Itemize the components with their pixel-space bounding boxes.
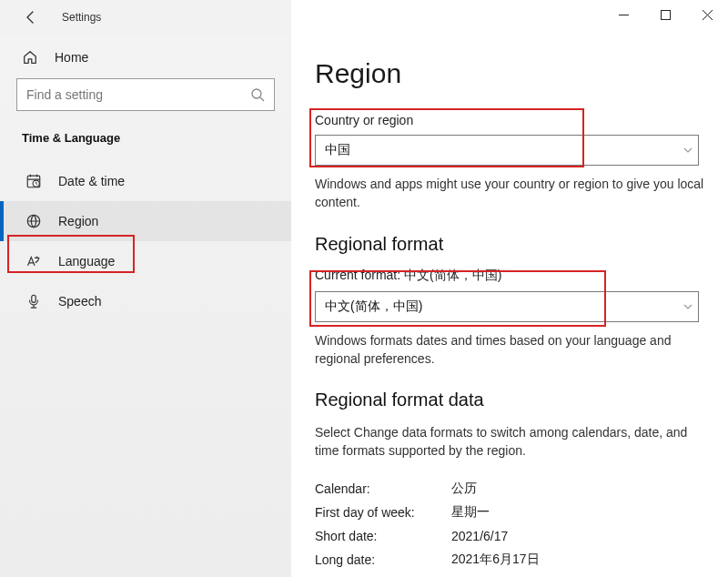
language-icon	[25, 253, 42, 269]
nav-label: Speech	[58, 294, 101, 309]
window-title: Settings	[62, 11, 101, 24]
format-data-help: Select Change data formats to switch amo…	[315, 423, 706, 461]
nav-list: Date & time Region Language	[0, 161, 291, 321]
category-header: Time & Language	[0, 127, 291, 161]
page-title: Region	[315, 58, 728, 89]
regional-format-heading: Regional format	[315, 234, 728, 255]
close-icon	[703, 10, 713, 20]
format-val: 公历	[451, 481, 477, 497]
nav-item-speech[interactable]: Speech	[0, 281, 291, 321]
svg-point-1	[252, 89, 261, 98]
svg-rect-0	[661, 10, 670, 19]
current-format-value: 中文(简体，中国)	[404, 268, 501, 282]
home-nav[interactable]: Home	[0, 35, 291, 78]
current-format-label: Current format: 中文(简体，中国)	[315, 268, 728, 284]
nav-label: Language	[58, 254, 115, 268]
country-help: Windows and apps might use your country …	[315, 175, 706, 212]
country-dropdown[interactable]: 中国	[315, 135, 699, 166]
home-icon	[22, 49, 38, 66]
format-val: 2021年6月17日	[451, 552, 540, 568]
arrow-left-icon	[24, 10, 38, 25]
maximize-icon	[661, 10, 671, 20]
nav-item-language[interactable]: Language	[0, 241, 291, 281]
chevron-down-icon	[683, 302, 693, 311]
maximize-button[interactable]	[644, 0, 686, 29]
format-key: Calendar:	[315, 481, 451, 496]
minimize-icon	[619, 10, 629, 20]
search-input[interactable]	[26, 87, 250, 102]
content-area: Region Country or region 中国 Windows and …	[291, 35, 728, 577]
format-data-table: Calendar: 公历 First day of week: 星期一 Shor…	[315, 477, 728, 572]
format-row: Long date: 2021年6月17日	[315, 548, 728, 572]
clock-icon	[25, 173, 42, 189]
nav-item-region[interactable]: Region	[0, 201, 291, 241]
country-label: Country or region	[315, 113, 728, 127]
regional-format-help: Windows formats dates and times based on…	[315, 331, 706, 369]
chevron-down-icon	[683, 146, 693, 155]
home-label: Home	[55, 50, 88, 65]
mic-icon	[25, 293, 42, 309]
format-row: Calendar: 公历	[315, 477, 728, 501]
regional-format-dropdown[interactable]: 中文(简体，中国)	[315, 291, 699, 322]
nav-label: Region	[58, 214, 98, 228]
format-key: Short date:	[315, 529, 451, 543]
close-button[interactable]	[686, 0, 728, 29]
regional-format-value: 中文(简体，中国)	[325, 299, 422, 315]
svg-rect-5	[32, 295, 36, 302]
nav-item-date-time[interactable]: Date & time	[0, 161, 291, 201]
current-format-prefix: Current format:	[315, 268, 404, 282]
back-button[interactable]	[22, 8, 40, 26]
nav-label: Date & time	[58, 174, 125, 188]
format-row: Short date: 2021/6/17	[315, 524, 728, 548]
country-value: 中国	[325, 142, 350, 158]
sidebar: Home Time & Language Date & time	[0, 35, 291, 577]
format-val: 星期一	[451, 504, 490, 521]
globe-icon	[25, 213, 42, 229]
search-box[interactable]	[16, 78, 275, 111]
format-val: 2021/6/17	[451, 529, 508, 543]
format-data-heading: Regional format data	[315, 390, 728, 410]
format-key: First day of week:	[315, 505, 451, 520]
minimize-button[interactable]	[602, 0, 644, 29]
format-key: Long date:	[315, 552, 451, 567]
search-icon	[250, 87, 265, 102]
format-row: First day of week: 星期一	[315, 501, 728, 524]
